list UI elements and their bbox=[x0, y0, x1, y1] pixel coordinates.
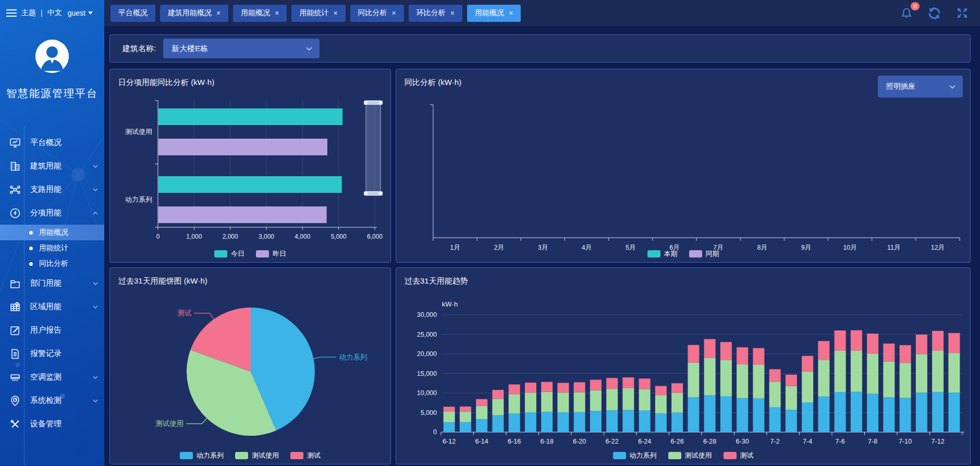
svg-text:测试: 测试 bbox=[177, 309, 192, 317]
close-icon[interactable]: × bbox=[509, 9, 513, 17]
refresh-button[interactable] bbox=[927, 6, 941, 20]
building-select[interactable]: 新大楼E栋 bbox=[163, 39, 320, 58]
theme-link[interactable]: 主题 bbox=[21, 8, 36, 18]
sidebar-item-platform-overview[interactable]: 平台概况 bbox=[0, 131, 104, 154]
divider: | bbox=[41, 9, 43, 17]
chevron-down-icon bbox=[93, 376, 98, 379]
notifications-button[interactable]: 0 bbox=[900, 7, 913, 19]
legend-item[interactable]: 今日 bbox=[214, 249, 244, 259]
legend-swatch bbox=[180, 452, 193, 459]
datazoom-slider[interactable] bbox=[364, 101, 383, 195]
legend-item[interactable]: 测试使用 bbox=[235, 451, 279, 460]
tab[interactable]: 环比分析× bbox=[409, 5, 462, 22]
svg-text:6-20: 6-20 bbox=[573, 438, 586, 445]
sidebar-item-building-energy[interactable]: 建筑用能 bbox=[0, 154, 104, 178]
language-link[interactable]: 中文 bbox=[47, 8, 62, 18]
sidebar-menu: 平台概况建筑用能支路用能分项用能用能概况用能统计同比分析部门用能区域用能用户报告… bbox=[0, 131, 104, 436]
sidebar-subitem-label: 用能统计 bbox=[39, 243, 68, 253]
close-icon[interactable]: × bbox=[333, 9, 337, 17]
daily-yoy-chart: 01,0002,0003,0004,0005,0006,000测试使用动力系列 bbox=[110, 69, 390, 262]
sidebar-item-user-report[interactable]: 用户报告 bbox=[0, 318, 104, 342]
panel-title: 过去31天用能饼图 (kW·h) bbox=[118, 276, 207, 286]
legend-item[interactable]: 测试 bbox=[290, 451, 321, 460]
sidebar-item-device-mgmt[interactable]: 设备管理 bbox=[0, 412, 104, 436]
caret-down-icon bbox=[88, 11, 93, 15]
legend-item[interactable]: 测试 bbox=[724, 451, 754, 460]
legend-item[interactable]: 动力系列 bbox=[180, 451, 224, 460]
close-icon[interactable]: × bbox=[275, 9, 279, 17]
sidebar-item-label: 平台概况 bbox=[30, 138, 62, 148]
bell-icon bbox=[900, 7, 913, 19]
sidebar-subitem-yoy-analysis[interactable]: 同比分析 bbox=[0, 256, 104, 272]
app-title: 智慧能源管理平台 bbox=[0, 87, 104, 101]
sidebar-item-region-energy[interactable]: 区域用能 bbox=[0, 295, 104, 318]
chart-legend: 动力系列测试使用测试 bbox=[396, 451, 970, 460]
svg-text:6-30: 6-30 bbox=[736, 438, 749, 445]
svg-text:7-10: 7-10 bbox=[899, 438, 912, 445]
legend-label: 今日 bbox=[231, 249, 244, 259]
svg-text:6-24: 6-24 bbox=[638, 438, 651, 445]
map-icon bbox=[9, 301, 21, 313]
legend-swatch bbox=[256, 250, 269, 257]
tab[interactable]: 建筑用能概况× bbox=[160, 5, 228, 22]
sidebar-item-branch-energy[interactable]: 支路用能 bbox=[0, 178, 104, 201]
tab-label: 环比分析 bbox=[416, 8, 446, 18]
tab[interactable]: 同比分析× bbox=[350, 5, 404, 22]
legend-item[interactable]: 本期 bbox=[647, 249, 678, 259]
svg-text:6-18: 6-18 bbox=[541, 438, 554, 445]
tab-label: 用能概况 bbox=[241, 8, 270, 18]
tab[interactable]: 平台概况 bbox=[111, 5, 155, 22]
close-icon[interactable]: × bbox=[216, 9, 220, 17]
svg-text:6-28: 6-28 bbox=[703, 438, 716, 445]
legend-swatch bbox=[235, 452, 248, 459]
svg-text:6-26: 6-26 bbox=[671, 438, 684, 445]
svg-text:7-2: 7-2 bbox=[770, 438, 780, 445]
panel-title: 同比分析 (kW·h) bbox=[405, 78, 461, 88]
sidebar-item-ac-monitor[interactable]: 空调监测 bbox=[0, 365, 104, 389]
sidebar-subitem-energy-overview[interactable]: 用能概况 bbox=[0, 225, 104, 240]
chart-legend: 本期同期 bbox=[396, 249, 970, 259]
legend-item[interactable]: 测试使用 bbox=[668, 451, 712, 460]
sidebar-item-label: 空调监测 bbox=[30, 372, 62, 382]
sidebar-item-label: 设备管理 bbox=[30, 419, 62, 429]
svg-text:3,000: 3,000 bbox=[259, 233, 274, 240]
sidebar-item-subitem-energy[interactable]: 分项用能 bbox=[0, 201, 104, 225]
sidebar-item-label: 部门用能 bbox=[30, 278, 62, 288]
tab[interactable]: 用能概况× bbox=[233, 5, 287, 22]
sidebar-item-label: 报警记录 bbox=[30, 349, 62, 359]
user-menu[interactable]: guest bbox=[68, 9, 93, 17]
svg-text:7-4: 7-4 bbox=[803, 438, 812, 445]
ac-icon bbox=[9, 371, 21, 384]
category-select[interactable]: 照明插座 bbox=[878, 76, 963, 97]
menu-toggle-icon[interactable] bbox=[6, 9, 17, 17]
tab[interactable]: 用能概况× bbox=[467, 5, 521, 22]
network-icon bbox=[9, 183, 21, 196]
chevron-down-icon bbox=[93, 399, 98, 402]
sidebar-subitem-energy-stats[interactable]: 用能统计 bbox=[0, 240, 104, 256]
fullscreen-button[interactable] bbox=[956, 7, 969, 19]
svg-text:25,000: 25,000 bbox=[417, 331, 437, 338]
close-icon[interactable]: × bbox=[392, 9, 396, 17]
close-icon[interactable]: × bbox=[450, 9, 455, 17]
svg-text:30,000: 30,000 bbox=[417, 311, 437, 318]
legend-item[interactable]: 动力系列 bbox=[613, 451, 657, 460]
svg-text:2,000: 2,000 bbox=[223, 233, 238, 240]
chevron-down-icon bbox=[93, 305, 98, 309]
legend-swatch bbox=[290, 452, 303, 459]
sidebar-item-alarm-records[interactable]: 报警记录 bbox=[0, 342, 104, 365]
tab-label: 用能统计 bbox=[299, 8, 328, 18]
legend-item[interactable]: 同期 bbox=[689, 249, 719, 259]
chart-legend: 今日昨日 bbox=[110, 249, 390, 259]
sidebar-item-system-check[interactable]: 系统检测 bbox=[0, 389, 104, 412]
legend-label: 本期 bbox=[664, 249, 678, 259]
tab[interactable]: 用能统计× bbox=[291, 5, 345, 22]
chart-legend: 动力系列测试使用测试 bbox=[110, 451, 390, 460]
tab-label: 建筑用能概况 bbox=[168, 8, 212, 18]
gauge-icon bbox=[9, 395, 21, 407]
sidebar-item-department-energy[interactable]: 部门用能 bbox=[0, 272, 104, 295]
chevron-down-icon bbox=[93, 165, 98, 168]
folder-icon bbox=[9, 277, 21, 290]
sidebar-item-label: 区域用能 bbox=[30, 302, 62, 312]
topbar-actions: 0 bbox=[900, 6, 980, 20]
legend-item[interactable]: 昨日 bbox=[256, 249, 286, 259]
